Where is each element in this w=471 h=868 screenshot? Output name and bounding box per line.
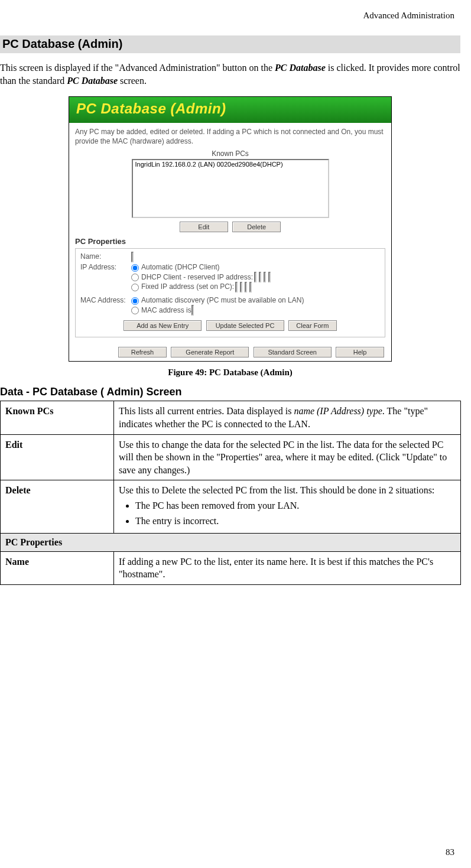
intro-text: This screen is displayed if the "Advance… [0,63,275,73]
ip-fixed-label: Fixed IP address (set on PC): [141,282,234,291]
cell-label-known-pcs: Known PCs [1,401,114,434]
cell-desc-name: If adding a new PC to the list, enter it… [114,551,461,584]
table-row: Known PCs This lists all current entries… [1,401,461,434]
intro-bold-1: PC Database [275,63,326,73]
intro-text: screen. [118,76,147,86]
mac-input[interactable] [191,305,194,316]
italic-text: name (IP Address) type [294,406,382,416]
cell-desc-delete: Use this to Delete the selected PC from … [114,480,461,534]
edit-button[interactable]: Edit [180,222,228,232]
pc-properties-heading: PC Properties [75,237,385,246]
table-row: Edit Use this to change the data for the… [1,434,461,480]
ip-octet-input[interactable] [254,272,256,282]
section-pc-properties: PC Properties [1,534,461,552]
delete-button[interactable]: Delete [232,222,281,232]
ip-fixed-radio[interactable] [131,284,139,291]
refresh-button[interactable]: Refresh [118,347,167,357]
ip-auto-radio[interactable] [131,264,139,272]
bullet-item: The PC has been removed from your LAN. [135,499,456,512]
bullet-list: The PC has been removed from your LAN. T… [119,499,456,527]
name-label: Name: [80,252,131,261]
embedded-screenshot: PC Database (Admin) Any PC may be added,… [69,96,392,362]
ip-octet-input[interactable] [259,272,261,282]
ip-octet-input[interactable] [235,282,238,292]
mac-manual-label: MAC address is [141,306,191,314]
mac-auto-label: Automatic discovery (PC must be availabl… [141,296,304,304]
name-input[interactable] [131,252,134,262]
ip-octet-input[interactable] [268,272,271,282]
list-item[interactable]: IngridLin 192.168.0.2 (LAN) 0020ed2908e4… [133,160,328,168]
text: Use this to Delete the selected PC from … [119,485,434,495]
section-title: PC Database (Admin) [0,35,460,53]
cell-label-name: Name [1,551,114,584]
ip-octet-input[interactable] [264,272,266,282]
ip-address-label: IP Address: [80,263,131,271]
ip-octet-input[interactable] [249,282,252,292]
ip-reserved-radio[interactable] [131,274,139,281]
standard-screen-button[interactable]: Standard Screen [254,347,332,357]
bullet-item: The entry is incorrect. [135,515,456,528]
intro-bold-2: PC Database [67,76,118,86]
table-row: Name If adding a new PC to the list, ent… [1,551,461,584]
cell-label-edit: Edit [1,434,114,480]
cell-desc-edit: Use this to change the data for the sele… [114,434,461,480]
ip-octet-input[interactable] [240,282,242,292]
mac-manual-radio[interactable] [131,307,139,314]
known-pcs-listbox[interactable]: IngridLin 192.168.0.2 (LAN) 0020ed2908e4… [132,159,329,218]
data-table: Known PCs This lists all current entries… [0,401,461,585]
cell-desc-known-pcs: This lists all current entries. Data dis… [114,401,461,434]
intro-paragraph: This screen is displayed if the "Advance… [0,61,460,87]
table-section-row: PC Properties [1,534,461,552]
pc-properties-box: Name: IP Address: Automatic (DHCP Client… [75,248,385,337]
page-number: 83 [446,847,454,857]
subsection-title: Data - PC Database ( Admin) Screen [0,386,460,398]
table-row: Delete Use this to Delete the selected P… [1,480,461,534]
ip-reserved-label: DHCP Client - reserved IP address: [141,273,253,281]
shot-description: Any PC may be added, edited or deleted. … [75,128,385,146]
known-pcs-label: Known PCs [75,149,385,158]
shot-header: PC Database (Admin) [69,97,391,123]
mac-address-label: MAC Address: [80,296,131,304]
text: This lists all current entries. Data dis… [119,406,294,416]
running-head: Advanced Administration [363,11,454,21]
add-new-entry-button[interactable]: Add as New Entry [124,320,202,331]
update-selected-pc-button[interactable]: Update Selected PC [206,320,284,331]
ip-auto-label: Automatic (DHCP Client) [141,263,219,271]
mac-auto-radio[interactable] [131,297,139,305]
generate-report-button[interactable]: Generate Report [171,347,249,357]
help-button[interactable]: Help [336,347,384,357]
clear-form-button[interactable]: Clear Form [288,320,337,331]
cell-label-delete: Delete [1,480,114,534]
figure-caption: Figure 49: PC Database (Admin) [0,368,460,378]
ip-octet-input[interactable] [245,282,247,292]
